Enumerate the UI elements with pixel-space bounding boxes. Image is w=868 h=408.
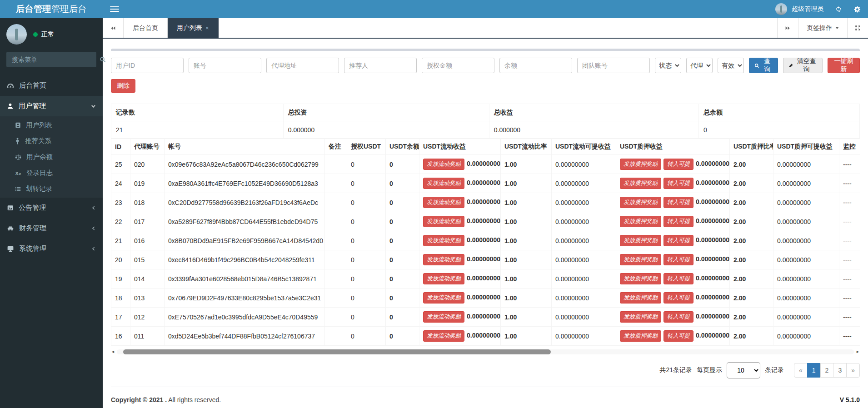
grant-flow-reward-button[interactable]: 发放流动奖励 [423,311,464,323]
cell-pledge-income: 发放质押奖励转入可提0.00000000 [616,308,730,327]
transfer-to-withdrawable-button[interactable]: 转入可提 [663,311,693,323]
team-account-field[interactable] [577,58,650,73]
grant-pledge-reward-button[interactable]: 发放质押奖励 [620,178,661,189]
tabs-scroll-left-button[interactable] [103,18,124,38]
scroll-right-arrow-icon[interactable]: ► [856,350,860,354]
tabs-scroll-right-button[interactable] [777,18,798,38]
status-select[interactable]: 状态 [655,58,681,73]
refresh-all-button[interactable]: 一键刷新 [828,58,860,73]
agent-address-field[interactable] [266,58,339,73]
pledge-income-value: 0.00000000 [696,294,729,301]
grant-pledge-reward-button[interactable]: 发放质押奖励 [620,330,661,342]
flow-income-value: 0.00000000 [467,274,500,282]
cell-auth-usdt: 0 [347,289,386,308]
grant-pledge-reward-button[interactable]: 发放质押奖励 [620,159,661,170]
transfer-to-withdrawable-button[interactable]: 转入可提 [663,178,693,189]
grant-pledge-reward-button[interactable]: 发放质押奖励 [620,273,661,284]
sidebar-item-finance[interactable]: 财务管理 [0,218,103,239]
close-icon[interactable]: × [205,25,209,31]
scrollbar-track[interactable] [117,349,854,354]
tab-operations-dropdown[interactable]: 页签操作 [798,18,847,38]
cell-pledge-rate: 2.00 [730,308,773,327]
desktop-icon [7,245,14,252]
summary-header-investment: 总投资 [283,104,489,121]
grant-flow-reward-button[interactable]: 发放流动奖励 [423,216,464,227]
delete-button[interactable]: 删除 [111,79,135,93]
menu-search-input[interactable] [6,52,94,67]
grant-flow-reward-button[interactable]: 发放流动奖励 [423,235,464,246]
valid-select[interactable]: 有效 [718,58,744,73]
cell-id: 22 [111,212,130,231]
col-account: 帐号 [165,139,325,155]
grant-flow-reward-button[interactable]: 发放流动奖励 [423,292,464,304]
refresh-icon[interactable] [835,6,842,13]
sidebar-item-dashboard[interactable]: 后台首页 [0,75,103,96]
fullscreen-button[interactable] [847,18,868,38]
flow-income-value: 0.00000000 [467,179,500,186]
grant-pledge-reward-button[interactable]: 发放质押奖励 [620,235,661,246]
transfer-to-withdrawable-button[interactable]: 转入可提 [663,216,693,227]
navbar-user-menu[interactable]: 超级管理员 [775,3,823,15]
cell-remark [325,289,347,308]
cell-pledge-income: 发放质押奖励转入可提0.00000000 [616,155,730,174]
sidebar-item-user-balance[interactable]: 用户余额 [0,149,103,165]
pledge-income-value: 0.00000000 [696,198,729,205]
pager-page-2[interactable]: 2 [820,363,834,378]
sidebar-user-panel: 正常 [0,18,103,50]
grant-flow-reward-button[interactable]: 发放流动奖励 [423,330,464,342]
scrollbar-thumb[interactable] [123,349,551,354]
pager-page-3[interactable]: 3 [833,363,847,378]
sidebar-item-login-log[interactable]: x₂ 登录日志 [0,165,103,181]
transfer-to-withdrawable-button[interactable]: 转入可提 [663,235,693,246]
grant-pledge-reward-button[interactable]: 发放质押奖励 [620,216,661,227]
cell-monitor: ---- [839,193,860,212]
agent-select[interactable]: 代理 [686,58,713,73]
transfer-to-withdrawable-button[interactable]: 转入可提 [663,159,693,170]
transfer-to-withdrawable-button[interactable]: 转入可提 [663,197,693,208]
grant-flow-reward-button[interactable]: 发放流动奖励 [423,273,464,284]
cell-pledge-avail: 0.00000000 [773,308,839,327]
sidebar-item-system[interactable]: 系统管理 [0,239,103,259]
sidebar-item-label: 公告管理 [19,204,46,212]
transfer-to-withdrawable-button[interactable]: 转入可提 [663,330,693,342]
transfer-to-withdrawable-button[interactable]: 转入可提 [663,292,693,304]
table-row: 22 017 0xa5289F627f89f4Bbb87CD644E55fB1e… [111,212,860,231]
page-size-select[interactable]: 10 [727,362,760,378]
transfer-to-withdrawable-button[interactable]: 转入可提 [663,254,693,265]
cell-pledge-rate: 2.00 [730,289,773,308]
search-button[interactable]: 查询 [749,58,778,73]
grant-pledge-reward-button[interactable]: 发放质押奖励 [620,311,661,323]
pager-next[interactable]: » [846,363,860,378]
grant-pledge-reward-button[interactable]: 发放质押奖励 [620,254,661,265]
cell-id: 18 [111,289,130,308]
grant-flow-reward-button[interactable]: 发放流动奖励 [423,197,464,208]
account-field[interactable] [189,58,261,73]
grant-flow-reward-button[interactable]: 发放流动奖励 [423,159,464,170]
clear-search-button[interactable]: 清空查询 [783,58,823,73]
grant-pledge-reward-button[interactable]: 发放质押奖励 [620,197,661,208]
sidebar-item-transfer-records[interactable]: 划转记录 [0,181,103,197]
auth-amount-field[interactable] [422,58,494,73]
hamburger-icon[interactable] [110,6,119,12]
pager-prev[interactable]: « [794,363,808,378]
user-id-field[interactable] [111,58,184,73]
balance-field[interactable] [499,58,572,73]
grant-flow-reward-button[interactable]: 发放流动奖励 [423,254,464,265]
grant-pledge-reward-button[interactable]: 发放质押奖励 [620,292,661,304]
tab-dashboard[interactable]: 后台首页 [124,18,168,38]
gear-icon[interactable] [854,6,861,13]
balance-scale-icon [15,154,22,160]
transfer-to-withdrawable-button[interactable]: 转入可提 [663,273,693,284]
sidebar-item-referral[interactable]: 推荐关系 [0,133,103,149]
scroll-left-arrow-icon[interactable]: ◄ [111,350,115,354]
sidebar-item-user-management[interactable]: 用户管理 [0,96,103,116]
sidebar-item-user-list[interactable]: 用户列表 [0,117,103,133]
records-unit-label: 条记录 [765,366,784,374]
cell-pledge-avail: 0.00000000 [773,289,839,308]
cell-account: 0xa5289F627f89f4Bbb87CD644E55fB1ebdeD94D… [165,212,325,231]
sidebar-item-announcements[interactable]: 公告管理 [0,198,103,218]
grant-flow-reward-button[interactable]: 发放流动奖励 [423,178,464,189]
tab-user-list[interactable]: 用户列表 × [168,18,219,38]
pager-page-1[interactable]: 1 [807,363,821,378]
referrer-field[interactable] [344,58,417,73]
